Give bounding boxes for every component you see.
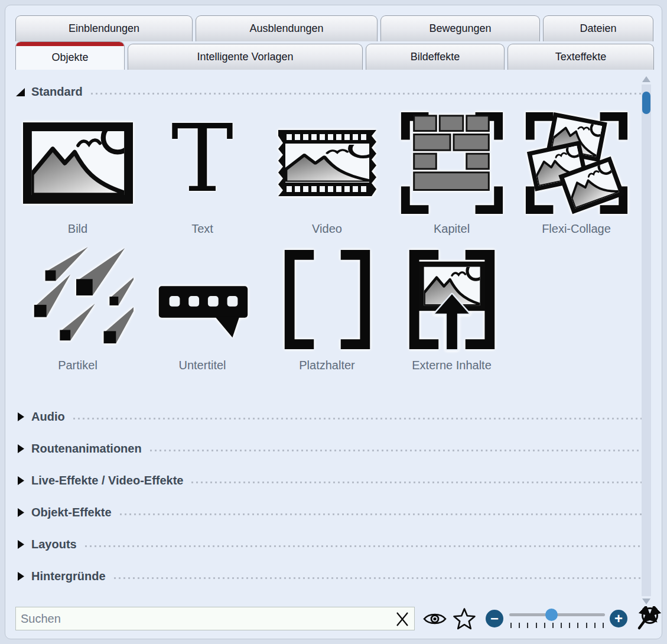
tab-texteffekte[interactable]: Texteffekte — [507, 44, 654, 70]
tab-einblendungen[interactable]: Einblendungen — [15, 15, 193, 41]
dotted-leader — [120, 513, 644, 515]
dotted-leader — [73, 418, 644, 419]
object-item-kapitel[interactable]: Kapitel — [389, 106, 514, 243]
tab-bildeffekte[interactable]: Bildeffekte — [366, 44, 505, 70]
favorites-star-icon — [453, 607, 476, 630]
size-slider-ticks — [510, 623, 604, 628]
object-item-platzhalter[interactable]: Platzhalter — [265, 243, 389, 379]
dotted-leader — [91, 93, 644, 95]
vertical-scrollbar — [642, 76, 651, 604]
item-label: Untertitel — [178, 359, 226, 372]
section-hintergruende[interactable]: Hintergründe — [15, 560, 644, 592]
footer-bar: − + — [15, 606, 662, 632]
size-slider-track[interactable] — [509, 613, 605, 616]
section-expanded-icon — [15, 87, 25, 97]
section-label: Audio — [31, 410, 65, 424]
tab-label: Texteffekte — [555, 51, 607, 63]
dotted-leader — [191, 482, 644, 483]
tab-dateien[interactable]: Dateien — [543, 15, 653, 41]
section-collapsed-icon — [15, 508, 25, 518]
zoom-out-button[interactable]: − — [486, 610, 503, 627]
text-icon: T — [171, 112, 233, 205]
tab-row-top: Einblendungen Ausblendungen Bewegungen D… — [15, 15, 662, 41]
tab-label: Dateien — [580, 22, 616, 35]
object-item-externe-inhalte[interactable]: Externe Inhalte — [389, 243, 514, 379]
zoom-in-button[interactable]: + — [610, 610, 627, 627]
objects-tool-panel: Einblendungen Ausblendungen Bewegungen D… — [5, 5, 662, 639]
photo-collage-icon — [521, 108, 632, 219]
item-label: Flexi-Collage — [542, 222, 611, 236]
search-input[interactable] — [16, 612, 414, 626]
tab-label: Ausblendungen — [249, 22, 323, 35]
section-label: Layouts — [31, 538, 77, 551]
preview-eye-button[interactable] — [423, 611, 447, 627]
scrollbar-up-arrow-icon[interactable] — [642, 76, 650, 82]
placeholder-brackets-icon — [272, 244, 383, 355]
zoom-in-icon: + — [614, 612, 623, 626]
tab-ausblendungen[interactable]: Ausblendungen — [196, 15, 378, 41]
section-audio[interactable]: Audio — [15, 401, 644, 432]
item-label: Text — [191, 222, 213, 236]
section-label: Hintergründe — [31, 570, 106, 583]
active-tab-accent — [16, 42, 124, 46]
subtitle-bubble-icon — [147, 244, 258, 355]
object-item-text[interactable]: T Text — [140, 106, 265, 243]
section-label: Live-Effekte / Video-Effekte — [31, 474, 183, 487]
objects-content: Standard Bild T Text — [15, 72, 644, 592]
chapter-layout-icon — [396, 108, 507, 219]
object-item-untertitel[interactable]: Untertitel — [140, 243, 265, 379]
section-standard[interactable]: Standard — [15, 83, 644, 100]
object-item-flexi-collage[interactable]: Flexi-Collage — [514, 106, 639, 243]
tab-label: Bewegungen — [429, 22, 491, 35]
external-content-icon — [396, 244, 507, 355]
section-layouts[interactable]: Layouts — [15, 528, 644, 560]
tab-label: Objekte — [51, 51, 88, 64]
dotted-leader — [150, 450, 644, 451]
particles-icon — [22, 244, 134, 355]
zoom-out-icon: − — [490, 612, 499, 626]
section-label: Routenanimationen — [31, 442, 142, 456]
section-collapsed-icon — [15, 539, 25, 549]
section-label: Standard — [31, 85, 83, 99]
standard-items-grid: Bild T Text — [15, 106, 644, 379]
section-collapsed-icon — [15, 412, 25, 422]
section-collapsed-icon — [15, 476, 25, 486]
item-label: Partikel — [58, 359, 97, 372]
size-slider — [509, 609, 605, 629]
scrollbar-down-arrow-icon[interactable] — [642, 599, 650, 604]
section-routenanimationen[interactable]: Routenanimationen — [15, 432, 644, 464]
section-live-effekte[interactable]: Live-Effekte / Video-Effekte — [15, 464, 644, 496]
object-item-video[interactable]: Video — [265, 106, 389, 243]
tab-label: Einblendungen — [69, 22, 139, 35]
favorites-star-button[interactable] — [453, 607, 476, 630]
item-label: Externe Inhalte — [412, 359, 492, 372]
item-label: Kapitel — [434, 222, 470, 236]
filmstrip-icon — [271, 125, 383, 201]
scrollbar-thumb[interactable] — [642, 92, 650, 114]
clear-x-icon[interactable] — [394, 611, 411, 627]
zoom-fit-icon — [637, 606, 662, 631]
tab-objekte[interactable]: Objekte — [15, 41, 125, 70]
item-label: Bild — [68, 222, 87, 236]
object-item-partikel[interactable]: Partikel — [15, 243, 140, 379]
zoom-fit-button[interactable] — [637, 606, 662, 631]
tab-intelligente-vorlagen[interactable]: Intelligente Vorlagen — [128, 44, 363, 70]
item-label: Platzhalter — [299, 359, 355, 372]
section-collapsed-icon — [15, 571, 25, 581]
dotted-leader — [85, 545, 644, 547]
image-icon — [23, 122, 133, 204]
item-label: Video — [312, 222, 342, 236]
object-item-bild[interactable]: Bild — [15, 106, 140, 243]
tab-row-bottom: Objekte Intelligente Vorlagen Bildeffekt… — [15, 41, 662, 70]
scrollbar-track[interactable] — [642, 84, 651, 596]
dotted-leader — [114, 577, 644, 579]
section-collapsed-icon — [15, 444, 25, 454]
section-objekt-effekte[interactable]: Objekt-Effekte — [15, 496, 644, 528]
tab-label: Intelligente Vorlagen — [197, 51, 293, 63]
preview-eye-icon — [423, 611, 447, 627]
size-slider-thumb[interactable] — [545, 609, 558, 621]
tab-label: Bildeffekte — [411, 51, 460, 63]
section-label: Objekt-Effekte — [31, 506, 112, 519]
tab-bewegungen[interactable]: Bewegungen — [380, 15, 540, 41]
search-box — [15, 607, 415, 630]
